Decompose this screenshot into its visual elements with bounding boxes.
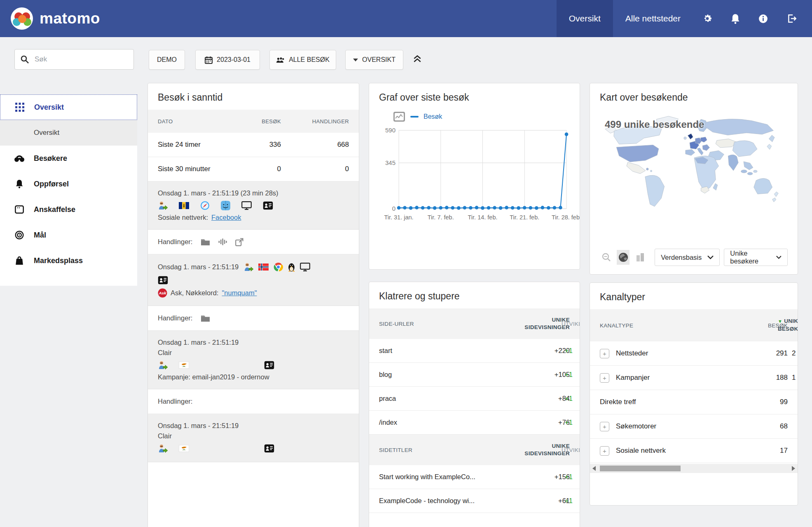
gear-icon[interactable] (693, 13, 722, 24)
scrollbar-thumb[interactable] (600, 466, 681, 471)
data-point[interactable] (457, 206, 461, 210)
channel-row[interactable]: +Sosiale nettverk17 (590, 439, 798, 463)
data-point[interactable] (415, 206, 419, 209)
search-input[interactable] (34, 55, 118, 64)
data-point[interactable] (445, 206, 449, 209)
nav-tab-oversikt[interactable]: Oversikt (557, 0, 613, 37)
data-point[interactable] (511, 206, 515, 210)
sidebar-item-anskaffelse[interactable]: Anskaffelse (0, 197, 137, 222)
data-point[interactable] (535, 206, 538, 210)
outlink-icon[interactable] (235, 238, 243, 246)
data-point[interactable] (553, 206, 557, 209)
zoom-out-icon[interactable] (600, 250, 613, 265)
target-icon (13, 231, 26, 240)
sidebar-subitem-oversikt[interactable]: Oversikt (0, 120, 137, 146)
brand[interactable]: matomo (0, 7, 100, 30)
globe-view-icon[interactable] (617, 250, 629, 265)
data-point[interactable] (427, 206, 431, 209)
export-image-icon[interactable] (393, 111, 405, 122)
climbers-row[interactable]: /index+76+1 (369, 411, 580, 435)
data-point[interactable] (493, 206, 496, 209)
data-point[interactable] (499, 206, 503, 210)
climbers-row[interactable]: ExampleCode - technology wi...+61+1 (369, 489, 580, 513)
referrer-link[interactable]: "numquam" (222, 289, 257, 297)
signout-icon[interactable] (777, 13, 806, 24)
data-point[interactable] (403, 206, 407, 209)
referrer-link[interactable]: Facebook (211, 214, 241, 221)
summary-actions: 0 (281, 165, 349, 173)
folder-icon[interactable] (201, 238, 210, 246)
climbers-section-header: SIDE-URLERUNIKESIDEVISNINGERUTVIKLING (369, 308, 580, 339)
world-map[interactable]: 499 unike besøkende (590, 110, 798, 249)
data-point[interactable] (451, 206, 455, 210)
view-selector-button[interactable]: OVERSIKT (345, 50, 403, 70)
site-selector-button[interactable]: DEMO (149, 50, 185, 70)
summary-row-24h: Siste 24 timer 336 668 (148, 133, 359, 157)
data-point[interactable] (469, 206, 473, 210)
expand-plus-icon[interactable]: + (600, 373, 609, 383)
data-point[interactable] (541, 206, 545, 209)
channel-row[interactable]: Direkte treff99 (590, 390, 798, 414)
channel-row[interactable]: +Søkemotorer68 (590, 414, 798, 439)
map-metric-select[interactable]: Unike besøkere (724, 249, 788, 266)
pageviews-icon[interactable] (218, 238, 227, 245)
row-delta: +1 (565, 347, 573, 355)
climbers-row[interactable]: praca+84+1 (369, 387, 580, 411)
svg-text:Tir. 7. feb.: Tir. 7. feb. (428, 214, 454, 221)
data-point[interactable] (409, 206, 413, 210)
expand-plus-icon[interactable]: + (600, 446, 609, 456)
scroll-left-icon[interactable] (592, 466, 596, 471)
data-point[interactable] (559, 206, 562, 209)
data-point[interactable] (433, 206, 437, 210)
climbers-row[interactable]: Start working with ExampleCo...+156+1 (369, 465, 580, 489)
sort-desc-icon[interactable]: ▼ (778, 319, 782, 324)
data-point[interactable] (529, 206, 532, 210)
search-box[interactable] (14, 49, 134, 70)
sidebar-item-oversikt[interactable]: Oversikt (0, 94, 137, 120)
row-label: /index (379, 419, 508, 426)
city-view-icon[interactable] (634, 250, 646, 265)
horizontal-scrollbar[interactable] (590, 464, 798, 473)
row-value: +76 (508, 419, 570, 426)
data-point[interactable] (439, 206, 442, 210)
data-point[interactable] (565, 132, 569, 136)
expand-plus-icon[interactable]: + (600, 349, 609, 358)
map-region-select[interactable]: Verdensbasis (655, 249, 720, 266)
nav-tab-alle-nettsteder[interactable]: Alle nettsteder (613, 0, 693, 37)
sidebar-item-besokere[interactable]: Besøkere (0, 146, 137, 171)
legend-label[interactable]: Besøk (424, 113, 442, 120)
date-selector-button[interactable]: 2023-03-01 (195, 50, 260, 70)
bell-icon[interactable] (722, 14, 749, 24)
data-point[interactable] (487, 206, 491, 210)
channel-row[interactable]: +Kampanjer1881 (590, 366, 798, 390)
channel-row[interactable]: +Nettsteder2912 (590, 341, 798, 366)
visit-icons (158, 200, 349, 211)
climbers-row[interactable]: blog+105+1 (369, 363, 580, 387)
scroll-right-icon[interactable] (792, 466, 795, 471)
sidebar-item-label: Oppførsel (34, 180, 69, 188)
info-icon[interactable] (749, 14, 777, 24)
data-point[interactable] (481, 206, 484, 210)
sidebar-item-mal[interactable]: Mål (0, 222, 137, 248)
data-point[interactable] (517, 206, 520, 210)
data-point[interactable] (505, 206, 508, 209)
calendar-icon (205, 56, 213, 64)
channel-name: Kampanjer (616, 374, 650, 382)
data-point[interactable] (463, 206, 467, 209)
flag-barbados-icon (179, 202, 189, 209)
data-point[interactable] (397, 206, 401, 210)
data-point[interactable] (523, 206, 527, 209)
data-point[interactable] (475, 206, 479, 209)
climbers-row[interactable]: start+220+1 (369, 339, 580, 363)
col-kanaltype: KANALTYPE (600, 322, 746, 329)
data-point[interactable] (547, 206, 550, 210)
collapse-chevrons-icon[interactable] (413, 54, 422, 64)
sidebar-item-oppforsel[interactable]: Oppførsel (0, 171, 137, 197)
visit-referrer: Kampanje: email-jan2019 - ordernow (158, 373, 349, 381)
expand-plus-icon[interactable]: + (600, 422, 609, 431)
data-point[interactable] (421, 206, 425, 210)
caret-down-icon (353, 59, 358, 61)
folder-icon[interactable] (201, 315, 210, 322)
segment-selector-button[interactable]: ALLE BESØK (269, 50, 336, 70)
sidebar-item-markedsplass[interactable]: Markedsplass (0, 248, 137, 273)
